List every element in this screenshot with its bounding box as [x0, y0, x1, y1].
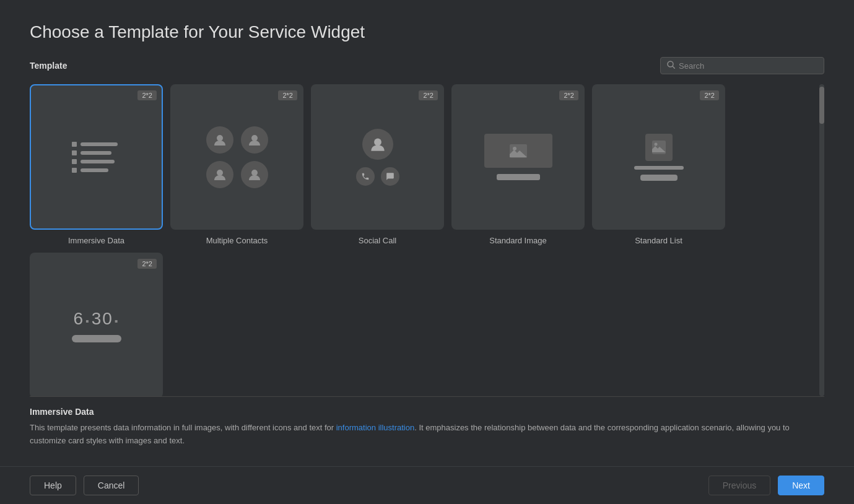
footer: Help Cancel Previous Next: [0, 466, 854, 504]
contact-icon-4: [241, 161, 268, 188]
template-name-contacts: Multiple Contacts: [206, 236, 268, 245]
template-card-inner: 2*2: [451, 84, 585, 230]
svg-point-4: [217, 170, 223, 176]
template-badge: 2*2: [419, 90, 438, 100]
search-icon: [667, 61, 675, 71]
preview-contacts: [200, 120, 274, 194]
next-button[interactable]: Next: [778, 476, 824, 495]
list-bar-1: [634, 166, 684, 170]
footer-right: Previous Next: [708, 476, 824, 495]
list-bar-accent: [640, 175, 678, 181]
template-badge: 2*2: [559, 90, 578, 100]
page-title: Choose a Template for Your Service Widge…: [30, 22, 824, 42]
image-placeholder: [484, 134, 552, 168]
svg-point-8: [513, 147, 516, 150]
template-name-social: Social Call: [359, 236, 396, 245]
template-badge: 2*2: [278, 90, 297, 100]
message-icon: [381, 167, 399, 186]
template-label: Template: [30, 61, 67, 71]
template-card-standard-list[interactable]: 2*2: [592, 84, 725, 245]
previous-button[interactable]: Previous: [708, 476, 770, 495]
cancel-button[interactable]: Cancel: [84, 476, 139, 495]
preview-social: [356, 129, 399, 186]
svg-point-5: [251, 170, 258, 176]
preview-standard-list: [619, 128, 699, 187]
template-card-multiple-contacts[interactable]: 2*2: [170, 84, 303, 245]
template-badge: 2*2: [137, 259, 157, 269]
template-badge: 2*2: [700, 90, 719, 100]
preview-timer: 6▪30▪: [72, 309, 121, 342]
help-button[interactable]: Help: [30, 476, 76, 495]
description-area: Immersive Data This template presents da…: [30, 396, 824, 454]
template-name-standard-image: Standard Image: [489, 236, 547, 245]
template-name-standard-list: Standard List: [635, 236, 682, 245]
timer-display: 6▪30▪: [73, 309, 119, 329]
template-card-standard-image[interactable]: 2*2 Standard Imag: [451, 84, 585, 245]
desc-text-before: This template presents data information …: [30, 423, 336, 432]
svg-point-10: [654, 142, 657, 146]
scrollbar-track[interactable]: [819, 84, 824, 396]
preview-immersive: [59, 129, 134, 185]
svg-line-1: [673, 66, 675, 69]
template-card-timer[interactable]: 2*2 6▪30▪: [30, 253, 163, 396]
main-content: Choose a Template for Your Service Widge…: [0, 0, 854, 466]
description-text: This template presents data information …: [30, 422, 824, 448]
template-card-inner: 2*2: [592, 84, 725, 230]
scrollbar-thumb[interactable]: [819, 87, 824, 124]
call-icon: [356, 167, 375, 186]
template-card-inner: 2*2: [170, 84, 303, 230]
templates-area: 2*2 Immersive Data 2*2: [30, 84, 824, 396]
template-card-social-call[interactable]: 2*2: [311, 84, 444, 245]
desc-highlight: information illustration: [336, 423, 414, 432]
search-input[interactable]: [679, 61, 817, 71]
svg-point-6: [374, 138, 381, 146]
contact-icon-1: [206, 126, 233, 154]
templates-grid: 2*2 Immersive Data 2*2: [30, 84, 813, 396]
preview-standard-image: [478, 128, 559, 186]
timer-bar: [72, 335, 121, 342]
template-card-inner: 2*2: [30, 84, 163, 230]
description-title: Immersive Data: [30, 407, 824, 417]
search-box: [660, 57, 824, 74]
contact-icon-3: [206, 161, 233, 188]
templates-grid-wrapper[interactable]: 2*2 Immersive Data 2*2: [30, 84, 817, 396]
svg-point-3: [251, 135, 258, 141]
image-text-bar: [497, 174, 540, 180]
footer-left: Help Cancel: [30, 476, 139, 495]
template-card-inner: 2*2 6▪30▪: [30, 253, 163, 396]
contact-icon-2: [241, 126, 268, 154]
social-avatar: [362, 129, 393, 160]
svg-point-2: [217, 135, 223, 141]
template-badge: 2*2: [137, 90, 157, 100]
template-card-immersive-data[interactable]: 2*2 Immersive Data: [30, 84, 163, 245]
template-name-immersive: Immersive Data: [68, 236, 124, 245]
list-image-placeholder: [645, 134, 673, 161]
social-actions: [356, 167, 399, 186]
template-card-inner: 2*2: [311, 84, 444, 230]
template-header: Template: [30, 57, 824, 74]
